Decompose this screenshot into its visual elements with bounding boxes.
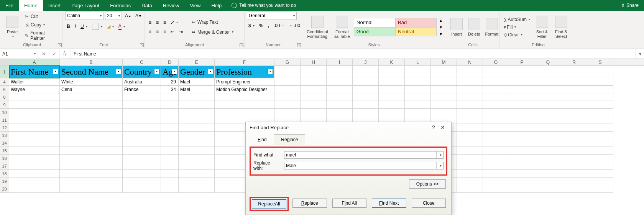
cell[interactable] xyxy=(587,139,613,147)
cell[interactable] xyxy=(327,109,353,116)
cell[interactable] xyxy=(587,66,613,78)
cell[interactable] xyxy=(457,78,483,86)
cell[interactable] xyxy=(561,116,587,124)
style-normal[interactable]: Normal xyxy=(354,18,395,27)
cell[interactable] xyxy=(587,109,613,116)
align-right-button[interactable]: ≡ xyxy=(162,28,168,35)
cell[interactable] xyxy=(123,162,161,170)
cell[interactable] xyxy=(274,66,301,78)
select-all-corner[interactable] xyxy=(0,59,9,65)
column-header-A[interactable]: A xyxy=(9,59,60,65)
cell[interactable] xyxy=(509,66,535,78)
cell[interactable] xyxy=(509,116,535,124)
cell[interactable] xyxy=(587,170,613,178)
font-dialog-launcher[interactable]: ↘ xyxy=(140,43,144,47)
cell[interactable] xyxy=(123,185,161,193)
cell[interactable] xyxy=(535,124,561,132)
fill-button[interactable]: ▾Fill▾ xyxy=(502,24,532,31)
autosum-button[interactable]: ∑AutoSum▾ xyxy=(502,16,532,23)
cell[interactable]: Second Name▾ xyxy=(60,66,123,78)
row-header[interactable]: 6 xyxy=(0,86,9,93)
cell[interactable] xyxy=(353,101,379,109)
cell[interactable] xyxy=(379,109,405,116)
cell[interactable] xyxy=(483,101,509,109)
tab-view[interactable]: View xyxy=(184,0,206,11)
column-header-F[interactable]: F xyxy=(215,59,274,65)
cell[interactable] xyxy=(457,109,483,116)
dialog-close-button[interactable]: ✕ xyxy=(438,124,447,130)
cell[interactable] xyxy=(535,170,561,178)
cell[interactable] xyxy=(123,170,161,178)
font-name-combo[interactable]: Calibri▾ xyxy=(65,11,104,20)
cell[interactable] xyxy=(301,78,327,86)
cell[interactable] xyxy=(509,170,535,178)
cell[interactable] xyxy=(483,178,509,185)
dialog-help-button[interactable]: ? xyxy=(429,124,438,130)
row-header[interactable]: 8 xyxy=(0,93,9,101)
cell[interactable] xyxy=(9,178,60,185)
tab-insert[interactable]: Insert xyxy=(43,0,66,11)
cell[interactable] xyxy=(301,66,327,78)
cell[interactable] xyxy=(509,78,535,86)
cell[interactable] xyxy=(9,162,60,170)
find-select-button[interactable]: Find & Select xyxy=(552,15,570,39)
cell[interactable] xyxy=(9,116,60,124)
cell[interactable]: Walter xyxy=(9,78,60,86)
cell[interactable] xyxy=(457,139,483,147)
chevron-down-icon[interactable]: ▾ xyxy=(436,162,443,169)
cell[interactable] xyxy=(457,155,483,162)
cell[interactable] xyxy=(483,78,509,86)
cell[interactable] xyxy=(509,162,535,170)
column-header-H[interactable]: H xyxy=(301,59,327,65)
column-header-B[interactable]: B xyxy=(60,59,123,65)
row-header[interactable]: 14 xyxy=(0,139,9,147)
accounting-format-button[interactable]: $▾ xyxy=(247,22,256,29)
cell[interactable] xyxy=(353,109,379,116)
cell[interactable] xyxy=(179,132,215,139)
dialog-tab-replace[interactable]: Replace xyxy=(274,134,305,145)
row-header[interactable]: 11 xyxy=(0,116,9,124)
row-header[interactable]: 13 xyxy=(0,132,9,139)
cell[interactable] xyxy=(405,93,431,101)
cell[interactable] xyxy=(457,116,483,124)
filter-button[interactable]: ▾ xyxy=(53,69,58,74)
cell[interactable] xyxy=(509,93,535,101)
cell[interactable] xyxy=(587,124,613,132)
cell[interactable] xyxy=(483,139,509,147)
row-header[interactable]: 9 xyxy=(0,101,9,109)
cell[interactable] xyxy=(535,162,561,170)
cell[interactable] xyxy=(561,78,587,86)
cell[interactable] xyxy=(483,132,509,139)
cell[interactable] xyxy=(60,147,123,155)
cell[interactable] xyxy=(161,178,179,185)
cell[interactable] xyxy=(9,185,60,193)
cell[interactable] xyxy=(483,66,509,78)
cell[interactable] xyxy=(9,170,60,178)
font-color-button[interactable]: A▾ xyxy=(117,23,127,31)
cell[interactable] xyxy=(179,124,215,132)
cell[interactable] xyxy=(123,139,161,147)
cell[interactable] xyxy=(587,162,613,170)
column-header-Q[interactable]: Q xyxy=(535,59,561,65)
cell[interactable] xyxy=(179,147,215,155)
cell[interactable] xyxy=(60,116,123,124)
number-format-combo[interactable]: General▾ xyxy=(247,11,297,20)
sort-filter-button[interactable]: Sort & Filter xyxy=(533,15,551,39)
cell[interactable] xyxy=(587,132,613,139)
cell[interactable] xyxy=(60,155,123,162)
column-header-N[interactable]: N xyxy=(457,59,483,65)
cell[interactable] xyxy=(457,66,483,78)
column-header-R[interactable]: R xyxy=(561,59,587,65)
cell[interactable] xyxy=(179,170,215,178)
column-header-S[interactable]: S xyxy=(587,59,613,65)
cell[interactable] xyxy=(161,185,179,193)
cell[interactable] xyxy=(509,132,535,139)
cell[interactable]: Cena xyxy=(60,86,123,93)
cell[interactable] xyxy=(509,86,535,93)
cell[interactable] xyxy=(483,147,509,155)
cell[interactable] xyxy=(535,178,561,185)
cell[interactable] xyxy=(379,66,405,78)
cell[interactable] xyxy=(161,109,179,116)
cell[interactable] xyxy=(509,101,535,109)
cell[interactable] xyxy=(561,170,587,178)
